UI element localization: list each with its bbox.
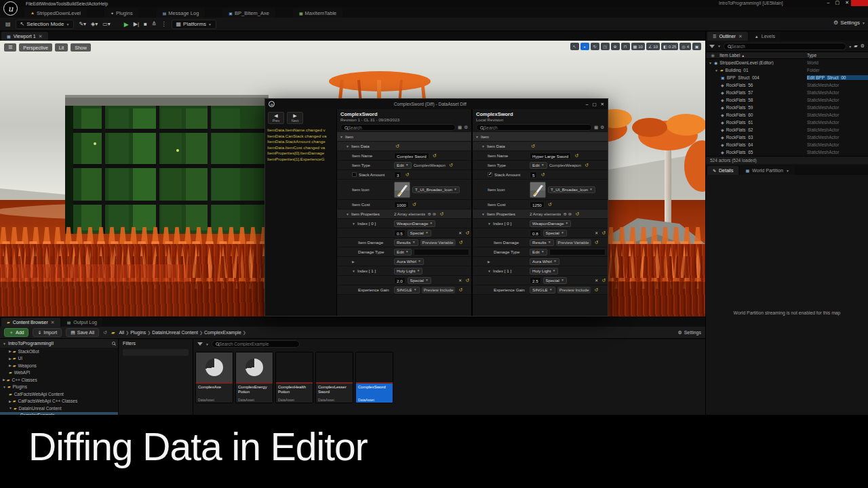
value-field[interactable]: [414, 249, 469, 256]
dropdown-pill[interactable]: Edit▼: [530, 249, 547, 256]
prev-difference-button[interactable]: ◀ Prev: [268, 112, 284, 124]
array-add-remove-icons[interactable]: ⊕ ⊗: [563, 211, 572, 217]
rotation-snap-button[interactable]: ∠ 10: [646, 43, 660, 50]
revert-diff-icon[interactable]: ↺: [459, 240, 463, 245]
camera-speed-button[interactable]: ◎ 4: [679, 43, 691, 50]
history-back-icon[interactable]: ↺: [103, 330, 107, 336]
tab-details[interactable]: ✎ Details: [707, 166, 738, 175]
asset-tab[interactable]: Plugins: [104, 8, 139, 18]
save-all-button[interactable]: ▤ Save All: [66, 328, 99, 337]
dropdown-pill[interactable]: Aura Whirl▼: [394, 258, 424, 265]
checkbox[interactable]: [352, 172, 357, 177]
asset-tab[interactable]: MaxItemTable: [293, 8, 342, 18]
outliner-row[interactable]: RockFlats_59 StaticMeshActor: [706, 104, 868, 111]
asset-tab[interactable]: Message Log: [157, 8, 205, 18]
revert-diff-icon[interactable]: ↺: [601, 278, 606, 283]
dropdown-pill[interactable]: WeaponDamage▼: [530, 220, 571, 227]
diff-property-row[interactable]: Experience Gain SINGLE▼ Preview Include: [473, 285, 608, 295]
outliner-row[interactable]: RockFlats_64 StaticMeshActor: [706, 141, 868, 148]
close-icon[interactable]: ✕: [738, 34, 743, 39]
cinematics-icon[interactable]: ▭▾: [102, 21, 111, 27]
option-chip[interactable]: Preview Include: [557, 287, 591, 293]
value-field[interactable]: 3: [394, 171, 401, 178]
breadcrumb-item[interactable]: Plugins: [130, 330, 146, 335]
menu-item[interactable]: Tools: [56, 1, 66, 6]
dropdown-pill[interactable]: Results▼: [394, 239, 418, 246]
asset-search-input[interactable]: [212, 340, 300, 348]
diff-property-row[interactable]: Item Damage Results▼ Preview Variable: [473, 238, 608, 247]
menu-item[interactable]: Help: [99, 1, 108, 6]
content-tree-row[interactable]: ▶ CatFactsWebApi C++ Classes: [0, 398, 118, 405]
revert-diff-icon[interactable]: ↺: [433, 153, 437, 159]
diff-property-row[interactable]: Item Icon T_UI_Broadax_Icon▼: [337, 180, 471, 200]
chevron-down-icon[interactable]: ▾: [849, 44, 851, 49]
delete-element-icon[interactable]: ✕: [458, 230, 462, 235]
dropdown-pill[interactable]: SINGLE▼: [530, 287, 555, 293]
outliner-row[interactable]: ▼ Building_01 Folder: [706, 66, 868, 74]
diff-property-row[interactable]: 2.5 Special▼ ✕ ↺: [473, 276, 608, 285]
value-field[interactable]: 0.8: [530, 230, 541, 237]
content-tree-row[interactable]: ▼ Plugins: [0, 384, 118, 391]
revert-diff-icon[interactable]: ↺: [531, 144, 535, 149]
diff-search-input[interactable]: [340, 124, 456, 131]
scale-snap-button[interactable]: ◧ 0.25: [661, 43, 678, 50]
play-options-icon[interactable]: ⋮: [161, 21, 167, 27]
diff-property-row[interactable]: ▼ Item Data ▼: [337, 142, 471, 151]
show-dropdown[interactable]: Show: [71, 43, 91, 52]
diff-property-row[interactable]: Item Type Edit▼ ComplexWeapon: [337, 161, 471, 170]
close-button[interactable]: ✕: [601, 102, 604, 107]
filter-funnel-icon[interactable]: [709, 45, 715, 48]
revert-diff-icon[interactable]: ↺: [594, 287, 598, 293]
array-add-remove-icons[interactable]: ⊕ ⊗: [427, 211, 436, 217]
diff-property-row[interactable]: ▼ Item ▼: [473, 132, 608, 142]
tab-levels[interactable]: ▲ Levels: [749, 32, 781, 41]
diff-property-row[interactable]: Item Damage Results▼ Preview Variable: [337, 238, 471, 247]
frame-skip-button[interactable]: ▶|: [134, 21, 139, 27]
modes-icon[interactable]: ✎▾: [79, 21, 86, 27]
option-chip[interactable]: Preview Include: [422, 287, 456, 293]
revert-diff-icon[interactable]: ↺: [465, 230, 469, 236]
view-options-icon[interactable]: ▦: [594, 125, 598, 130]
viewport-tab[interactable]: ▦ Viewport 1 ✕: [1, 32, 48, 41]
diff-property-row[interactable]: ▼ Item ▼: [337, 132, 471, 142]
content-tree-row[interactable]: ▶ C++ Classes: [0, 376, 118, 384]
diff-property-row[interactable]: Stack Amount 5 ▼: [473, 170, 608, 180]
minimize-button[interactable]: –: [586, 102, 589, 107]
outliner-row[interactable]: RockFlats_60 StaticMeshActor: [706, 111, 868, 119]
grid-snap-button[interactable]: ▦ 10: [631, 43, 645, 50]
outliner-row[interactable]: RockFlats_61 StaticMeshActor: [706, 119, 868, 126]
settings-gear-icon[interactable]: ⚙: [600, 125, 604, 130]
dropdown-pill[interactable]: T_UI_Broadax_Icon▼: [548, 186, 595, 193]
maximize-viewport-button[interactable]: ▣: [692, 43, 701, 50]
diff-search-input[interactable]: [476, 124, 592, 131]
value-field[interactable]: 2.0: [394, 277, 406, 284]
diff-property-row[interactable]: Damage Type Edit▼: [337, 247, 471, 257]
content-root-row[interactable]: ▼ IntroToProgrammingII: [0, 339, 118, 348]
outliner-settings-icon[interactable]: ⚙: [861, 43, 865, 49]
diff-property-row[interactable]: Experience Gain SINGLE▼ Preview Include: [337, 285, 471, 295]
surface-snap-button[interactable]: ⊓: [621, 43, 630, 50]
diff-property-row[interactable]: Item Cost 1000 ▼: [337, 200, 471, 209]
asset-tile[interactable]: ComplexAxe DataAsset: [195, 352, 233, 403]
rotate-tool-button[interactable]: ↻: [591, 43, 599, 50]
close-icon[interactable]: ✕: [51, 320, 55, 325]
menu-item[interactable]: Build: [66, 1, 76, 6]
value-field[interactable]: 0.5: [394, 230, 406, 237]
outliner-row[interactable]: BPP_Struct_004 Edit BPP_Struct_00: [706, 74, 868, 81]
import-button[interactable]: ⇓ Import: [33, 328, 62, 337]
settings-dropdown[interactable]: ⚙ Settings ▼: [833, 20, 865, 26]
diff-change-item[interactable]: ItemData.StackAmount change: [267, 139, 334, 144]
search-icon[interactable]: [112, 342, 115, 345]
dropdown-pill[interactable]: SINGLE▼: [394, 287, 420, 293]
outliner-row[interactable]: RockFlats_57 StaticMeshActor: [706, 89, 868, 96]
breadcrumb-item[interactable]: DataInUnreal Content: [152, 330, 198, 335]
delete-element-icon[interactable]: ✕: [595, 278, 598, 283]
diff-change-item[interactable]: ItemData.ItemName changed v: [267, 127, 334, 132]
column-type[interactable]: Type: [807, 53, 868, 58]
save-level-icon[interactable]: ▤: [5, 21, 11, 27]
content-tree-row[interactable]: CatFactsWebApi Content: [0, 390, 118, 398]
option-chip[interactable]: Preview Variable: [420, 239, 456, 246]
add-button[interactable]: ＋ Add: [4, 328, 28, 337]
dropdown-pill[interactable]: Holy Light▼: [394, 268, 422, 274]
dropdown-pill[interactable]: WeaponDamage▼: [394, 220, 435, 227]
